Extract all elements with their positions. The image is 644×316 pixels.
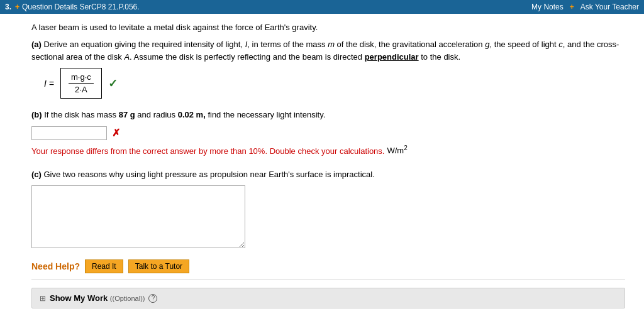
formula-row: I = m·g·c 2·A ✓ xyxy=(44,68,625,99)
my-notes-link[interactable]: My Notes xyxy=(531,3,564,11)
part-b-text: (b) If the disk has mass 87 g and radius… xyxy=(31,109,625,121)
ask-teacher-link[interactable]: Ask Your Teacher xyxy=(580,3,639,11)
show-my-work-label: Show My Work ((Optional)) xyxy=(50,293,145,303)
divider-1 xyxy=(31,280,625,280)
read-it-button[interactable]: Read It xyxy=(85,259,123,273)
part-b-label: (b) xyxy=(31,110,42,119)
part-c-textarea[interactable] xyxy=(31,185,245,248)
fraction: m·g·c 2·A xyxy=(69,72,94,94)
answer-row-b: ✗ xyxy=(31,126,625,140)
talk-to-tutor-button[interactable]: Talk to a Tutor xyxy=(128,259,189,273)
answer-input-b[interactable] xyxy=(31,126,107,140)
part-c-label: (c) xyxy=(31,170,42,179)
optional-text: ((Optional)) xyxy=(110,295,145,302)
show-my-work[interactable]: ⊞ Show My Work ((Optional)) ? xyxy=(31,288,625,308)
check-icon: ✓ xyxy=(108,77,118,90)
numerator: m·g·c xyxy=(69,72,94,84)
help-icon[interactable]: ? xyxy=(148,294,157,303)
part-b: (b) If the disk has mass 87 g and radius… xyxy=(31,109,625,158)
x-icon: ✗ xyxy=(112,127,120,139)
need-help-row: Need Help? Read It Talk to a Tutor xyxy=(31,259,625,273)
intro-text: A laser beam is used to levitate a metal… xyxy=(31,23,625,32)
formula-box: m·g·c 2·A xyxy=(60,68,102,99)
part-a: (a) Derive an equation giving the requir… xyxy=(31,38,625,99)
top-bar-right: My Notes + Ask Your Teacher xyxy=(531,3,639,11)
need-help-label: Need Help? xyxy=(31,261,80,271)
error-text: Your response differs from the correct a… xyxy=(31,146,384,156)
top-bar: 3. + Question Details SerCP8 21.P.056. M… xyxy=(0,0,644,14)
part-a-text: (a) Derive an equation giving the requir… xyxy=(31,38,625,63)
plus-icon2: + xyxy=(570,3,574,11)
error-row: Your response differs from the correct a… xyxy=(31,144,625,158)
part-c: (c) Give two reasons why using light pre… xyxy=(31,168,625,249)
part-a-label: (a) xyxy=(31,40,42,49)
plus-icon: + xyxy=(15,3,19,11)
part-c-text: (c) Give two reasons why using light pre… xyxy=(31,168,625,181)
question-number: 3. xyxy=(5,3,11,11)
denominator: 2·A xyxy=(72,84,90,94)
formula-prefix: I = xyxy=(44,79,54,89)
main-content: A laser beam is used to levitate a metal… xyxy=(0,14,644,316)
expand-icon: ⊞ xyxy=(40,294,46,303)
question-details-label: Question Details SerCP8 21.P.056. xyxy=(22,3,140,11)
unit-text: W/m2 xyxy=(387,144,407,155)
